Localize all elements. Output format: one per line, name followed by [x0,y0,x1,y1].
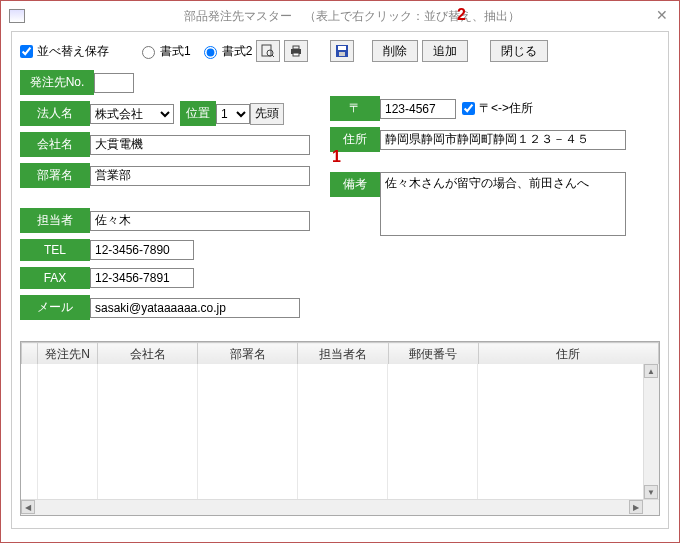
corp-type-row: 法人名 株式会社 位置 1 先頭 [20,101,320,126]
fax-label: FAX [20,267,90,289]
column-header[interactable]: 会社名 [98,343,198,367]
tel-input[interactable] [90,240,194,260]
mail-input[interactable] [90,298,300,318]
table-row[interactable] [21,436,643,454]
marker-2: 2 [457,6,466,24]
contact-input[interactable] [90,211,310,231]
department-label: 部署名 [20,163,90,188]
postal-addr-check-input[interactable] [462,102,475,115]
postal-input[interactable] [380,99,456,119]
mail-label: メール [20,295,90,320]
scroll-left-icon[interactable]: ◀ [21,500,35,514]
tel-row: TEL [20,239,320,261]
add-button[interactable]: 追加 [422,40,468,62]
scroll-down-icon[interactable]: ▼ [644,485,658,499]
close-button[interactable]: 閉じる [490,40,548,62]
supplier-no-row: 発注先No. [20,70,320,95]
column-header[interactable]: 住所 [478,343,658,367]
corp-type-label: 法人名 [20,101,90,126]
data-grid[interactable]: 発注先N会社名部署名担当者名郵便番号住所 ▲ ▼ ◀ ▶ [20,341,660,516]
marker-1: 1 [332,148,341,166]
sort-save-check-input[interactable] [20,45,33,58]
mail-row: メール [20,295,320,320]
remarks-row: 備考 佐々木さんが留守の場合、前田さんへ [330,172,630,236]
table-row[interactable] [21,418,643,436]
row-selector-column[interactable] [22,343,38,367]
table-row[interactable] [21,490,643,499]
sort-save-checkbox[interactable]: 並べ替え保存 [20,43,109,60]
svg-rect-5 [293,53,299,56]
postal-label: 〒 [330,96,380,121]
titlebar: 部品発注先マスター （表上で右クリック：並び替え、抽出） ✕ [1,1,679,31]
floppy-icon [335,44,349,58]
supplier-no-input[interactable] [94,73,134,93]
svg-rect-8 [339,52,345,56]
app-window: 部品発注先マスター （表上で右クリック：並び替え、抽出） ✕ 2 並べ替え保存 … [0,0,680,543]
column-header[interactable]: 部署名 [198,343,298,367]
window-title: 部品発注先マスター （表上で右クリック：並び替え、抽出） [33,8,671,25]
close-icon[interactable]: ✕ [653,7,671,25]
delete-button[interactable]: 削除 [372,40,418,62]
form-area: 発注先No. 法人名 株式会社 位置 1 先頭 会社名 部署名 [20,70,660,320]
column-header[interactable]: 担当者名 [298,343,388,367]
printer-icon [289,44,303,58]
postal-addr-checkbox[interactable]: 〒<->住所 [462,100,533,117]
table-row[interactable] [21,382,643,400]
column-header[interactable]: 発注先N [38,343,98,367]
table-row[interactable] [21,472,643,490]
column-header[interactable]: 郵便番号 [388,343,478,367]
position-label: 位置 [180,101,216,126]
scroll-right-icon[interactable]: ▶ [629,500,643,514]
remarks-label: 備考 [330,172,380,197]
company-row: 会社名 [20,132,320,157]
remarks-input[interactable]: 佐々木さんが留守の場合、前田さんへ [380,172,626,236]
address-input[interactable] [380,130,626,150]
preview-button[interactable] [256,40,280,62]
tel-label: TEL [20,239,90,261]
scroll-up-icon[interactable]: ▲ [644,364,658,378]
format-radio-group: 書式1 書式2 [137,43,252,60]
svg-line-2 [272,55,274,57]
fax-input[interactable] [90,268,194,288]
fax-row: FAX [20,267,320,289]
table-row[interactable] [21,364,643,382]
department-row: 部署名 [20,163,320,188]
save-button[interactable] [330,40,354,62]
svg-rect-4 [293,46,299,49]
position-select[interactable]: 1 [216,104,250,124]
company-input[interactable] [90,135,310,155]
toolbar: 並べ替え保存 書式1 書式2 削除 追加 閉じる [20,40,660,62]
supplier-no-label: 発注先No. [20,70,94,95]
format2-radio[interactable]: 書式2 [199,43,253,60]
app-icon [9,9,25,23]
window-body: 並べ替え保存 書式1 書式2 削除 追加 閉じる 1 発注先No. [11,31,669,529]
magnifier-icon [261,44,275,58]
table-row[interactable] [21,400,643,418]
contact-row: 担当者 [20,208,320,233]
format1-radio[interactable]: 書式1 [137,43,191,60]
company-label: 会社名 [20,132,90,157]
right-column: 〒 〒<->住所 住所 備考 佐々木さんが留守の場合、前田さんへ [330,96,630,320]
left-column: 発注先No. 法人名 株式会社 位置 1 先頭 会社名 部署名 [20,70,320,320]
sort-save-label: 並べ替え保存 [37,43,109,60]
horizontal-scrollbar[interactable]: ◀ ▶ [21,499,659,515]
department-input[interactable] [90,166,310,186]
grid-body[interactable] [21,364,643,499]
svg-rect-7 [338,46,346,50]
postal-row: 〒 〒<->住所 [330,96,630,121]
vertical-scrollbar[interactable]: ▲ ▼ [643,364,659,499]
position-head-button[interactable]: 先頭 [250,103,284,125]
contact-label: 担当者 [20,208,90,233]
postal-addr-check-label: 〒<->住所 [479,100,533,117]
address-row: 住所 [330,127,630,152]
corp-type-select[interactable]: 株式会社 [90,104,174,124]
print-button[interactable] [284,40,308,62]
table-row[interactable] [21,454,643,472]
